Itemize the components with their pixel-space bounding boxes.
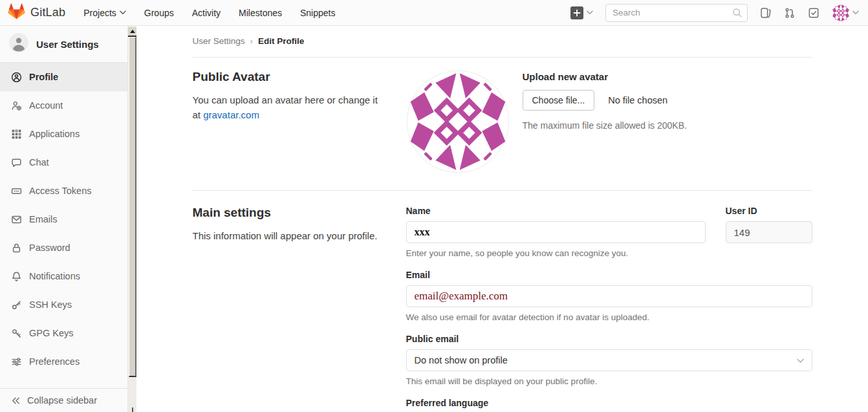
access-tokens-icon bbox=[11, 186, 22, 197]
breadcrumb-user-settings[interactable]: User Settings bbox=[193, 36, 245, 46]
settings-sidebar: User Settings Profile Account Applicatio bbox=[0, 26, 127, 412]
preferences-icon bbox=[11, 356, 22, 367]
notifications-icon bbox=[11, 271, 22, 282]
sidebar-item-ssh-keys[interactable]: SSH Keys bbox=[0, 290, 127, 319]
preferred-language-label: Preferred language bbox=[406, 398, 812, 408]
sidebar-header: User Settings bbox=[0, 26, 127, 63]
sidebar-item-account[interactable]: Account bbox=[0, 91, 127, 120]
search-box bbox=[605, 4, 748, 22]
search-icon bbox=[732, 8, 743, 21]
sidebar-item-applications[interactable]: Applications bbox=[0, 120, 127, 148]
public-avatar-description: You can upload an avatar here or change … bbox=[193, 92, 383, 123]
email-label: Email bbox=[406, 270, 812, 280]
max-file-size-text: The maximum file size allowed is 200KB. bbox=[523, 120, 687, 131]
nav-item-activity[interactable]: Activity bbox=[192, 8, 221, 18]
sidebar-item-chat[interactable]: Chat bbox=[0, 148, 127, 177]
issues-icon[interactable] bbox=[760, 7, 772, 19]
scrollbar-thumb[interactable] bbox=[129, 37, 136, 377]
scrollbar-down-button[interactable] bbox=[132, 407, 133, 412]
todos-icon[interactable] bbox=[808, 7, 819, 19]
choose-file-button[interactable]: Choose file... bbox=[523, 90, 595, 111]
primary-nav: Projects Groups Activity Milestones Snip… bbox=[83, 8, 335, 18]
chevron-down-icon bbox=[797, 358, 804, 363]
name-field-group: Name Enter your name, so people you know… bbox=[406, 206, 706, 258]
sidebar-item-profile[interactable]: Profile bbox=[0, 63, 127, 91]
main-content: User Settings › Edit Profile Public Avat… bbox=[136, 26, 868, 412]
public-email-label: Public email bbox=[406, 334, 812, 344]
top-navbar: GitLab Projects Groups Activity Mileston… bbox=[0, 0, 868, 26]
sidebar-item-notifications[interactable]: Notifications bbox=[0, 262, 127, 290]
nav-item-groups[interactable]: Groups bbox=[144, 8, 174, 18]
chevron-down-icon bbox=[120, 10, 126, 15]
user-settings-avatar bbox=[9, 33, 28, 55]
chevron-down-icon bbox=[852, 10, 859, 15]
name-help-text: Enter your name, so people you know can … bbox=[406, 248, 706, 258]
email-input[interactable] bbox=[406, 285, 812, 307]
navbar-right bbox=[570, 4, 859, 22]
main-settings-description: This information will appear on your pro… bbox=[193, 228, 383, 243]
sidebar-title: User Settings bbox=[36, 39, 99, 50]
sidebar-item-gpg-keys[interactable]: GPG Keys bbox=[0, 319, 127, 347]
tanuki-icon bbox=[8, 3, 25, 22]
user-id-field-group: User ID bbox=[726, 206, 812, 258]
public-avatar-title: Public Avatar bbox=[193, 70, 383, 84]
user-menu-button[interactable] bbox=[832, 4, 859, 22]
chat-icon bbox=[11, 157, 22, 168]
scroll-up-arrow-icon bbox=[130, 30, 135, 33]
breadcrumb-current: Edit Profile bbox=[258, 36, 304, 46]
email-help-text: We also use email for avatar detection i… bbox=[406, 312, 812, 322]
search-input[interactable] bbox=[605, 4, 748, 22]
main-settings-section: Main settings This information will appe… bbox=[193, 191, 812, 412]
chevron-down-icon bbox=[587, 10, 593, 15]
sidebar-item-emails[interactable]: Emails bbox=[0, 205, 127, 233]
collapse-sidebar-button[interactable]: Collapse sidebar bbox=[0, 388, 127, 412]
plus-icon bbox=[570, 6, 583, 19]
nav-item-projects[interactable]: Projects bbox=[83, 8, 126, 18]
nav-item-milestones[interactable]: Milestones bbox=[239, 8, 282, 18]
password-icon bbox=[11, 243, 22, 254]
user-avatar bbox=[832, 4, 850, 22]
sidebar-item-preferences[interactable]: Preferences bbox=[0, 347, 127, 376]
emails-icon bbox=[11, 214, 22, 225]
user-id-input bbox=[726, 221, 812, 243]
gitlab-logo[interactable]: GitLab bbox=[8, 3, 65, 22]
public-email-field-group: Public email Do not show on profile This… bbox=[406, 334, 812, 386]
sidebar-item-access-tokens[interactable]: Access Tokens bbox=[0, 177, 127, 205]
gpg-keys-icon bbox=[11, 328, 22, 339]
new-dropdown-button[interactable] bbox=[570, 6, 593, 19]
user-id-label: User ID bbox=[726, 206, 812, 216]
ssh-keys-icon bbox=[11, 299, 22, 310]
public-email-select[interactable]: Do not show on profile bbox=[406, 349, 812, 371]
profile-icon bbox=[11, 72, 22, 83]
public-email-help-text: This email will be displayed on your pub… bbox=[406, 376, 812, 386]
logo-text: GitLab bbox=[30, 6, 65, 19]
no-file-chosen-text: No file chosen bbox=[608, 95, 667, 105]
public-avatar-section: Public Avatar You can upload an avatar h… bbox=[193, 58, 812, 190]
collapse-icon bbox=[11, 396, 21, 406]
sidebar-item-password[interactable]: Password bbox=[0, 233, 127, 262]
sidebar-scrollbar[interactable] bbox=[127, 26, 136, 412]
scrollbar-up-button[interactable] bbox=[128, 27, 136, 37]
breadcrumb-separator: › bbox=[250, 36, 253, 46]
name-label: Name bbox=[406, 206, 706, 216]
profile-avatar-image bbox=[406, 70, 510, 173]
breadcrumb: User Settings › Edit Profile bbox=[193, 26, 812, 58]
account-icon bbox=[11, 100, 22, 111]
main-settings-title: Main settings bbox=[193, 206, 383, 220]
upload-new-avatar-title: Upload new avatar bbox=[523, 71, 687, 82]
merge-request-icon[interactable] bbox=[784, 7, 796, 19]
nav-item-snippets[interactable]: Snippets bbox=[300, 8, 335, 18]
name-input[interactable] bbox=[406, 221, 706, 243]
preferred-language-field-group: Preferred language bbox=[406, 398, 812, 412]
email-field-group: Email We also use email for avatar detec… bbox=[406, 270, 812, 322]
gravatar-link[interactable]: gravatar.com bbox=[203, 109, 259, 120]
applications-icon bbox=[11, 129, 22, 140]
